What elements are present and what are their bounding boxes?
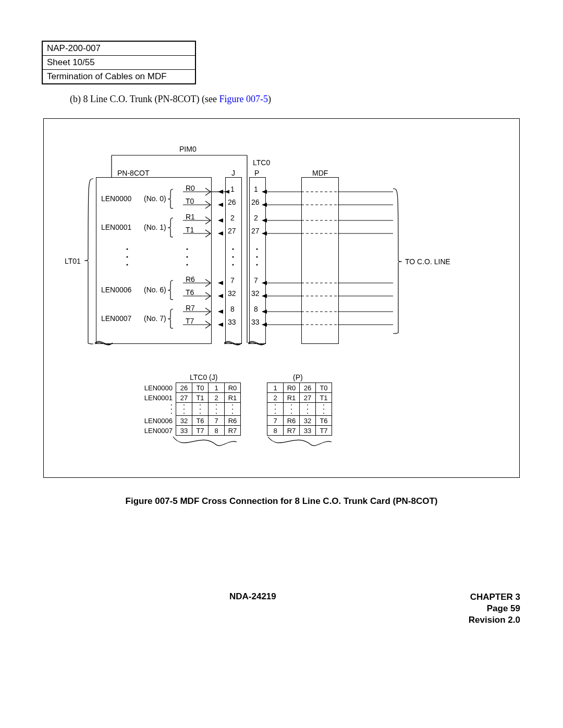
figure-caption: Figure 007-5 MDF Cross Connection for 8 …: [0, 496, 563, 507]
svg-point-57: [187, 249, 188, 250]
svg-point-65: [256, 264, 258, 266]
svg-marker-13: [218, 203, 223, 207]
header-line-2: Sheet 10/55: [43, 56, 195, 70]
svg-marker-43: [218, 310, 223, 314]
svg-point-63: [256, 249, 258, 250]
svg-marker-33: [262, 281, 267, 285]
svg-marker-31: [218, 281, 223, 285]
footer-right: CHAPTER 3 Page 59 Revision 2.0: [469, 591, 520, 626]
svg-marker-27: [262, 231, 267, 236]
svg-point-58: [187, 256, 188, 258]
svg-point-64: [256, 256, 258, 258]
svg-point-60: [232, 249, 234, 250]
svg-point-56: [127, 264, 128, 266]
svg-point-62: [232, 264, 234, 266]
svg-marker-51: [262, 323, 267, 327]
svg-marker-25: [218, 231, 223, 236]
svg-marker-15: [262, 203, 267, 207]
svg-marker-21: [262, 218, 267, 223]
svg-marker-7: [218, 190, 223, 194]
header-line-3: Termination of Cables on MDF: [43, 70, 195, 83]
svg-marker-45: [262, 310, 267, 314]
svg-marker-19: [218, 218, 223, 223]
svg-point-55: [127, 256, 128, 258]
svg-marker-9: [262, 190, 267, 194]
footer-doc: NDA-24219: [229, 591, 276, 602]
svg-marker-49: [218, 323, 223, 327]
svg-point-54: [127, 249, 128, 250]
svg-marker-39: [262, 294, 267, 298]
header-box: NAP-200-007 Sheet 10/55 Termination of C…: [42, 41, 196, 84]
svg-point-59: [187, 264, 188, 266]
svg-point-61: [232, 256, 234, 258]
figure-link[interactable]: Figure 007-5: [219, 94, 268, 104]
figure-007-5: PIM0 LTC0 LT01 TO C.O. LINE PN-8COT J P …: [43, 118, 520, 478]
header-line-1: NAP-200-007: [43, 42, 195, 56]
section-b-caption: (b) 8 Line C.O. Trunk (PN-8COT) (see Fig…: [70, 94, 271, 105]
svg-marker-37: [218, 294, 223, 298]
